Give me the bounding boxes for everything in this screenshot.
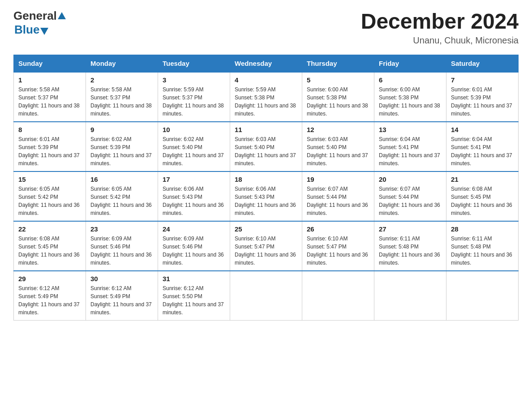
page-header: General Blue December 2024 Unanu, Chuuk,… (13, 9, 519, 46)
calendar-cell: 6 Sunrise: 6:00 AMSunset: 5:38 PMDayligh… (374, 72, 446, 122)
day-number: 31 (163, 275, 225, 283)
calendar-week-row: 8 Sunrise: 6:01 AMSunset: 5:39 PMDayligh… (14, 122, 519, 171)
day-info: Sunrise: 6:10 AMSunset: 5:47 PMDaylight:… (235, 235, 296, 266)
day-info: Sunrise: 6:02 AMSunset: 5:40 PMDaylight:… (163, 136, 224, 167)
day-info: Sunrise: 6:11 AMSunset: 5:48 PMDaylight:… (379, 235, 440, 266)
calendar-cell: 17 Sunrise: 6:06 AMSunset: 5:43 PMDaylig… (158, 171, 230, 221)
day-info: Sunrise: 6:12 AMSunset: 5:49 PMDaylight:… (90, 285, 152, 316)
calendar-cell (446, 271, 519, 321)
day-info: Sunrise: 6:00 AMSunset: 5:38 PMDaylight:… (307, 86, 368, 117)
day-number: 1 (18, 76, 81, 84)
calendar-cell: 2 Sunrise: 5:58 AMSunset: 5:37 PMDayligh… (86, 72, 158, 122)
calendar-cell: 15 Sunrise: 6:05 AMSunset: 5:42 PMDaylig… (14, 171, 86, 221)
day-info: Sunrise: 6:06 AMSunset: 5:43 PMDaylight:… (235, 186, 296, 216)
day-number: 29 (18, 275, 81, 283)
logo-triangle-up-icon (58, 12, 66, 19)
day-number: 21 (451, 176, 514, 183)
day-info: Sunrise: 5:58 AMSunset: 5:37 PMDaylight:… (18, 86, 80, 117)
calendar-week-row: 15 Sunrise: 6:05 AMSunset: 5:42 PMDaylig… (14, 171, 519, 221)
calendar-cell: 24 Sunrise: 6:09 AMSunset: 5:46 PMDaylig… (158, 221, 230, 271)
calendar-cell: 20 Sunrise: 6:07 AMSunset: 5:44 PMDaylig… (374, 171, 446, 221)
day-number: 11 (235, 126, 297, 133)
calendar-cell: 13 Sunrise: 6:04 AMSunset: 5:41 PMDaylig… (374, 122, 446, 171)
day-number: 20 (379, 176, 442, 183)
day-number: 6 (379, 76, 442, 84)
day-number: 17 (163, 176, 225, 183)
day-info: Sunrise: 6:09 AMSunset: 5:46 PMDaylight:… (163, 235, 224, 266)
logo-triangle-down-icon (40, 28, 48, 35)
calendar-week-row: 29 Sunrise: 6:12 AMSunset: 5:49 PMDaylig… (14, 271, 519, 321)
weekday-header-row: SundayMondayTuesdayWednesdayThursdayFrid… (14, 55, 519, 73)
calendar-week-row: 1 Sunrise: 5:58 AMSunset: 5:37 PMDayligh… (14, 72, 519, 122)
calendar-cell: 5 Sunrise: 6:00 AMSunset: 5:38 PMDayligh… (302, 72, 374, 122)
day-info: Sunrise: 6:04 AMSunset: 5:41 PMDaylight:… (451, 136, 512, 167)
calendar-cell: 7 Sunrise: 6:01 AMSunset: 5:39 PMDayligh… (446, 72, 519, 122)
day-info: Sunrise: 6:11 AMSunset: 5:48 PMDaylight:… (451, 235, 512, 266)
calendar-cell: 31 Sunrise: 6:12 AMSunset: 5:50 PMDaylig… (158, 271, 230, 321)
calendar-cell: 9 Sunrise: 6:02 AMSunset: 5:39 PMDayligh… (86, 122, 158, 171)
calendar-cell: 28 Sunrise: 6:11 AMSunset: 5:48 PMDaylig… (446, 221, 519, 271)
calendar-cell (374, 271, 446, 321)
calendar-cell: 3 Sunrise: 5:59 AMSunset: 5:37 PMDayligh… (158, 72, 230, 122)
calendar-cell: 1 Sunrise: 5:58 AMSunset: 5:37 PMDayligh… (14, 72, 86, 122)
calendar-cell: 4 Sunrise: 5:59 AMSunset: 5:38 PMDayligh… (230, 72, 302, 122)
weekday-header-tuesday: Tuesday (158, 55, 230, 73)
day-info: Sunrise: 6:07 AMSunset: 5:44 PMDaylight:… (379, 186, 440, 216)
day-number: 15 (18, 176, 81, 183)
day-info: Sunrise: 6:09 AMSunset: 5:46 PMDaylight:… (90, 235, 152, 266)
logo: General Blue (13, 9, 66, 37)
day-number: 4 (235, 76, 297, 84)
day-info: Sunrise: 6:03 AMSunset: 5:40 PMDaylight:… (307, 136, 368, 167)
month-title: December 2024 (361, 9, 519, 34)
calendar-cell: 19 Sunrise: 6:07 AMSunset: 5:44 PMDaylig… (302, 171, 374, 221)
day-number: 22 (18, 225, 81, 233)
calendar-cell: 8 Sunrise: 6:01 AMSunset: 5:39 PMDayligh… (14, 122, 86, 171)
day-number: 3 (163, 76, 225, 84)
calendar-cell: 12 Sunrise: 6:03 AMSunset: 5:40 PMDaylig… (302, 122, 374, 171)
calendar-cell: 26 Sunrise: 6:10 AMSunset: 5:47 PMDaylig… (302, 221, 374, 271)
day-info: Sunrise: 6:05 AMSunset: 5:42 PMDaylight:… (18, 186, 80, 216)
day-number: 28 (451, 225, 514, 233)
weekday-header-saturday: Saturday (446, 55, 519, 73)
day-info: Sunrise: 6:00 AMSunset: 5:38 PMDaylight:… (379, 86, 440, 117)
day-number: 13 (379, 126, 442, 133)
day-info: Sunrise: 6:10 AMSunset: 5:47 PMDaylight:… (307, 235, 368, 266)
day-info: Sunrise: 6:05 AMSunset: 5:42 PMDaylight:… (90, 186, 152, 216)
calendar-cell: 29 Sunrise: 6:12 AMSunset: 5:49 PMDaylig… (14, 271, 86, 321)
calendar-cell: 25 Sunrise: 6:10 AMSunset: 5:47 PMDaylig… (230, 221, 302, 271)
day-info: Sunrise: 6:04 AMSunset: 5:41 PMDaylight:… (379, 136, 440, 167)
calendar-table: SundayMondayTuesdayWednesdayThursdayFrid… (13, 55, 519, 321)
day-number: 26 (307, 225, 369, 233)
calendar-cell: 27 Sunrise: 6:11 AMSunset: 5:48 PMDaylig… (374, 221, 446, 271)
logo-general: General (13, 9, 57, 23)
day-number: 16 (90, 176, 153, 183)
calendar-cell: 16 Sunrise: 6:05 AMSunset: 5:42 PMDaylig… (86, 171, 158, 221)
weekday-header-thursday: Thursday (302, 55, 374, 73)
day-number: 25 (235, 225, 297, 233)
day-info: Sunrise: 6:03 AMSunset: 5:40 PMDaylight:… (235, 136, 296, 167)
calendar-cell (230, 271, 302, 321)
day-number: 12 (307, 126, 369, 133)
day-number: 19 (307, 176, 369, 183)
day-number: 9 (90, 126, 153, 133)
day-info: Sunrise: 6:01 AMSunset: 5:39 PMDaylight:… (451, 86, 512, 117)
day-number: 23 (90, 225, 153, 233)
calendar-cell: 23 Sunrise: 6:09 AMSunset: 5:46 PMDaylig… (86, 221, 158, 271)
day-number: 7 (451, 76, 514, 84)
day-info: Sunrise: 6:07 AMSunset: 5:44 PMDaylight:… (307, 186, 368, 216)
day-info: Sunrise: 6:02 AMSunset: 5:39 PMDaylight:… (90, 136, 152, 167)
day-info: Sunrise: 6:12 AMSunset: 5:49 PMDaylight:… (18, 285, 80, 316)
title-section: December 2024 Unanu, Chuuk, Micronesia (361, 9, 519, 46)
day-number: 5 (307, 76, 369, 84)
day-info: Sunrise: 5:58 AMSunset: 5:37 PMDaylight:… (90, 86, 152, 117)
logo-blue: Blue (14, 23, 39, 37)
calendar-cell: 18 Sunrise: 6:06 AMSunset: 5:43 PMDaylig… (230, 171, 302, 221)
weekday-header-friday: Friday (374, 55, 446, 73)
calendar-cell: 22 Sunrise: 6:08 AMSunset: 5:45 PMDaylig… (14, 221, 86, 271)
day-number: 24 (163, 225, 225, 233)
day-info: Sunrise: 6:01 AMSunset: 5:39 PMDaylight:… (18, 136, 80, 167)
weekday-header-monday: Monday (86, 55, 158, 73)
day-number: 30 (90, 275, 153, 283)
day-number: 27 (379, 225, 442, 233)
day-info: Sunrise: 6:08 AMSunset: 5:45 PMDaylight:… (18, 235, 80, 266)
